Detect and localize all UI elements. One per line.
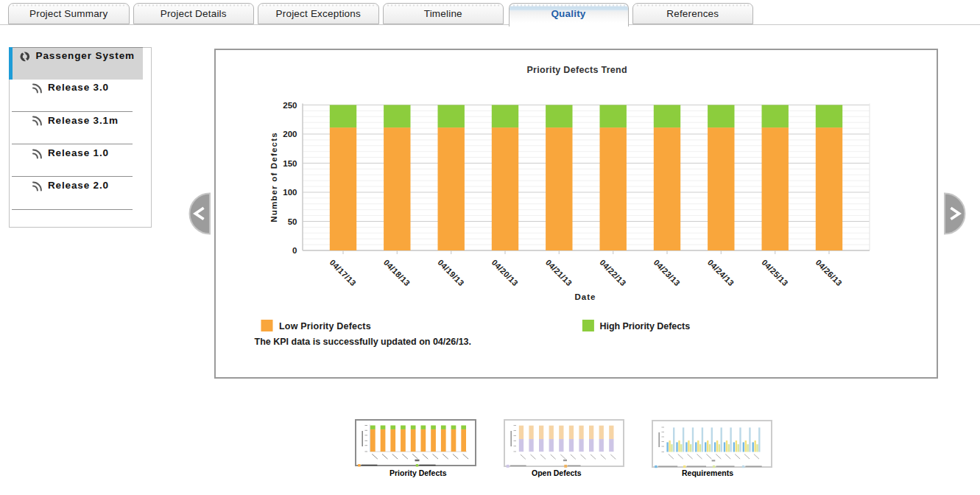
svg-text:High Priority Defects: High Priority Defects: [599, 320, 690, 331]
svg-text:04/24/13: 04/24/13: [705, 257, 735, 287]
svg-text:04/22/13: 04/22/13: [598, 257, 627, 287]
svg-text:150: 150: [283, 158, 297, 167]
svg-text:04/18/13: 04/18/13: [381, 257, 411, 287]
svg-text:Number of Defects: Number of Defects: [269, 132, 278, 222]
svg-text:04/19/13: 04/19/13: [436, 257, 465, 287]
svg-text:250: 250: [283, 100, 297, 109]
svg-text:50: 50: [287, 217, 297, 225]
svg-text:04/20/13: 04/20/13: [490, 257, 519, 287]
svg-text:The KPI data is successfully u: The KPI data is successfully updated on …: [254, 337, 471, 347]
svg-text:Date: Date: [574, 292, 596, 301]
svg-text:04/26/13: 04/26/13: [814, 257, 843, 287]
svg-text:04/25/13: 04/25/13: [760, 257, 789, 287]
svg-text:04/17/13: 04/17/13: [328, 257, 357, 287]
svg-text:Low Priority Defects: Low Priority Defects: [279, 320, 371, 331]
svg-text:100: 100: [283, 188, 297, 197]
svg-text:Priority Defects Trend: Priority Defects Trend: [526, 64, 627, 74]
svg-text:0: 0: [292, 246, 297, 255]
svg-text:04/21/13: 04/21/13: [543, 257, 573, 287]
svg-text:04/23/13: 04/23/13: [652, 257, 681, 287]
svg-text:200: 200: [283, 130, 297, 138]
